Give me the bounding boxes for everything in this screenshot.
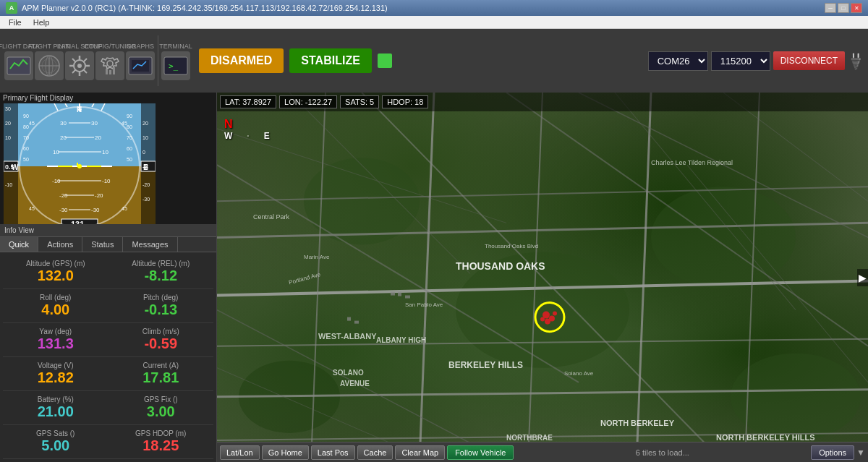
svg-text:45: 45: [29, 206, 35, 211]
cache-button[interactable]: Cache: [357, 445, 393, 460]
title-text: APM Planner v2.0.0 (RC1) (A-THINK: 169.2…: [22, 4, 825, 12]
svg-text:-10: -10: [52, 178, 61, 184]
disarmed-button[interactable]: DISARMED: [199, 48, 284, 73]
svg-text:45: 45: [122, 206, 127, 211]
roll-label: Roll (deg): [6, 294, 106, 301]
go-home-button[interactable]: Go Home: [262, 445, 309, 460]
current-cell: Current (A) 17.81: [109, 357, 214, 391]
primary-flight-display: Primary Flight Display 10 10 -10 -10 20 …: [0, 93, 216, 224]
altitude-gps-cell: Altitude (GPS) (m) 132.0: [3, 255, 109, 289]
green-status-indicator: [378, 54, 392, 68]
svg-text:90: 90: [23, 114, 29, 119]
flight-data-icon: [4, 51, 33, 80]
svg-rect-19: [113, 67, 115, 74]
altitude-gps-value: 132.0: [6, 268, 106, 284]
hdop-display: HDOP: 18: [382, 95, 428, 108]
svg-text:SOLANO: SOLANO: [333, 369, 364, 377]
svg-text:0: 0: [142, 150, 145, 155]
svg-text:10: 10: [5, 135, 11, 140]
clear-map-button[interactable]: Clear Map: [395, 445, 445, 460]
main-content: Primary Flight Display 10 10 -10 -10 20 …: [0, 93, 868, 462]
toolbar-terminal[interactable]: TERMINAL >_: [161, 41, 190, 80]
tab-messages[interactable]: Messages: [123, 237, 177, 252]
toolbar-graphs[interactable]: GRAPHS: [126, 41, 155, 80]
svg-point-143: [553, 312, 557, 316]
svg-text:Central Park: Central Park: [253, 213, 289, 221]
svg-point-94: [731, 354, 861, 440]
pitch-cell: Pitch (deg) -0.13: [109, 289, 214, 323]
minimize-button[interactable]: ─: [825, 3, 836, 13]
map-scroll-right[interactable]: ▶: [857, 269, 868, 286]
last-pos-button[interactable]: Last Pos: [311, 445, 355, 460]
tab-quick[interactable]: Quick: [0, 237, 38, 252]
disconnect-button[interactable]: DISCONNECT: [773, 51, 845, 70]
baud-rate-selector[interactable]: 115200: [711, 51, 770, 71]
svg-text:-20: -20: [59, 192, 68, 199]
menubar: File Help: [0, 16, 868, 29]
map-compass: N W · E: [224, 118, 270, 141]
sats-display: SATS: 5: [340, 95, 379, 108]
svg-text:-20: -20: [142, 182, 150, 187]
svg-text:E: E: [143, 163, 148, 171]
svg-rect-134: [391, 292, 395, 296]
svg-text:20: 20: [5, 121, 11, 126]
toolbar-config-tuning[interactable]: CONFIG/TUNING: [95, 41, 124, 80]
toolbar-separator: [158, 35, 158, 86]
svg-point-16: [107, 61, 113, 67]
maximize-button[interactable]: □: [838, 3, 849, 13]
svg-text:60: 60: [23, 146, 29, 151]
svg-text:30: 30: [5, 106, 11, 111]
altitude-gps-label: Altitude (GPS) (m): [6, 260, 106, 268]
tab-status[interactable]: Status: [82, 237, 123, 252]
svg-rect-135: [398, 292, 401, 296]
initial-setup-icon: [65, 51, 94, 80]
altitude-rel-label: Altitude (REL) (m): [111, 260, 211, 268]
compass-west: W: [224, 131, 232, 141]
gps-fix-label: GPS Fix (): [111, 395, 211, 403]
svg-line-105: [637, 93, 651, 462]
pitch-value: -0.13: [111, 301, 211, 318]
svg-text:-30: -30: [59, 207, 68, 213]
menu-file[interactable]: File: [3, 18, 27, 27]
svg-text:131: 131: [71, 220, 84, 224]
app-icon: A: [6, 2, 17, 14]
svg-text:80: 80: [23, 124, 29, 129]
graphs-icon: [126, 51, 155, 80]
svg-text:70: 70: [127, 135, 132, 140]
voltage-label: Voltage (V): [6, 362, 106, 369]
options-button[interactable]: Options: [811, 445, 854, 460]
svg-text:Solano Ave: Solano Ave: [564, 370, 594, 377]
menu-help[interactable]: Help: [27, 18, 56, 27]
altitude-rel-cell: Altitude (REL) (m) -8.12: [109, 255, 214, 289]
svg-line-103: [420, 93, 434, 462]
svg-text:AVENUE: AVENUE: [340, 380, 370, 388]
roll-value: 4.00: [6, 301, 106, 318]
close-button[interactable]: ✕: [851, 3, 862, 13]
svg-text:10: 10: [142, 135, 148, 140]
latlon-button[interactable]: Lat/Lon: [220, 445, 260, 460]
com-port-selector[interactable]: COM26: [648, 51, 708, 71]
map-area[interactable]: LAT: 37.8927 LON: -122.27 SATS: 5 HDOP: …: [217, 93, 868, 462]
svg-text:45: 45: [29, 121, 35, 126]
gps-hdop-cell: GPS HDOP (m) 18.25: [109, 425, 214, 459]
svg-point-7: [77, 64, 82, 68]
compass-east: E: [264, 131, 270, 141]
svg-text:45: 45: [122, 121, 127, 126]
current-value: 17.81: [111, 369, 211, 386]
battery-cell: Battery (%) 21.00: [3, 391, 109, 425]
tab-actions[interactable]: Actions: [38, 237, 82, 252]
svg-line-108: [362, 93, 723, 462]
com-area: COM26 115200 DISCONNECT 🔌: [648, 51, 864, 71]
stabilize-button[interactable]: STABILIZE: [289, 48, 371, 73]
follow-vehicle-button[interactable]: Follow Vehicle: [447, 445, 514, 460]
svg-text:NORTH BERKELEY: NORTH BERKELEY: [600, 419, 675, 427]
svg-text:Charles Lee Tilden Regional: Charles Lee Tilden Regional: [651, 159, 733, 166]
climb-value: -0.59: [111, 335, 211, 352]
svg-point-55: [77, 164, 82, 168]
svg-text:-20: -20: [95, 192, 103, 199]
svg-rect-136: [405, 296, 410, 299]
plug-icon: 🔌: [844, 49, 867, 72]
svg-text:WEST-ALBANY: WEST-ALBANY: [318, 332, 377, 341]
svg-text:20: 20: [142, 121, 148, 126]
pfd-label: Primary Flight Display: [3, 94, 73, 102]
